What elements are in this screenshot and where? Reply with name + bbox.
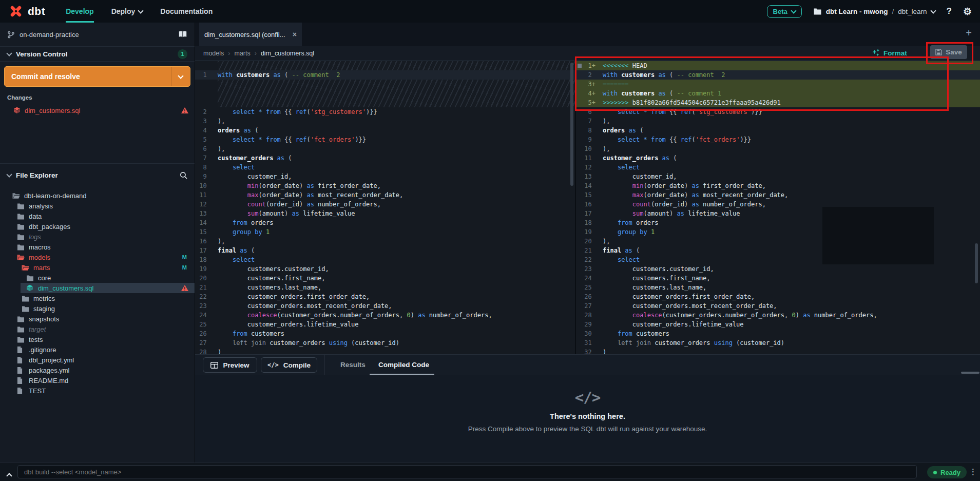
code-line[interactable]: 14 min(order_date) as first_order_date,	[576, 181, 980, 190]
editor-pane-left[interactable]: 1 with customers as ( -- comment 2 2 sel…	[195, 61, 575, 354]
tree-item-tests[interactable]: tests	[0, 334, 195, 344]
repo-selector[interactable]: dbt Learn - mwong / dbt_learn	[813, 8, 935, 15]
tree-item-metrics[interactable]: metrics	[0, 293, 195, 303]
code-line[interactable]: 16 ),	[195, 237, 575, 246]
code-line[interactable]: 27 left join customer_orders using (cust…	[195, 338, 575, 348]
code-line[interactable]: 24 coalesce(customer_orders.number_of_or…	[195, 311, 575, 320]
kebab-menu-icon[interactable]: ⋮	[969, 467, 977, 476]
code-line[interactable]: 20 customers.first_name,	[195, 274, 575, 283]
gear-icon[interactable]: ⚙	[963, 6, 972, 17]
code-line[interactable]: 8 orders as (	[576, 126, 980, 135]
code-line[interactable]: 11 max(order_date) as most_recent_order_…	[195, 190, 575, 200]
code-line[interactable]: 8 select	[195, 163, 575, 172]
code-line[interactable]: 4 orders as (	[195, 126, 575, 135]
fold-marker[interactable]	[578, 64, 582, 68]
tree-item-snapshots[interactable]: snapshots	[0, 314, 195, 324]
code-line[interactable]: 6 select * from {{ ref('stg_customers')}…	[576, 107, 980, 117]
code-line[interactable]: 29 customer_orders.lifetime_value	[576, 320, 980, 329]
code-line[interactable]: 28 coalesce(customer_orders.number_of_or…	[576, 311, 980, 320]
version-control-header[interactable]: Version Control 1	[0, 47, 195, 62]
tree-item-analysis[interactable]: analysis	[0, 201, 195, 211]
nav-item-deploy[interactable]: Deploy	[111, 0, 143, 23]
collapse-chevron-icon[interactable]	[7, 471, 11, 480]
breadcrumb-item[interactable]: marts	[234, 50, 250, 57]
tree-item-data[interactable]: data	[0, 211, 195, 221]
save-button[interactable]: Save	[930, 45, 967, 59]
code-line[interactable]: 14 from orders	[195, 218, 575, 227]
tree-item-dbt-project-yml[interactable]: dbt_project.yml	[0, 355, 195, 365]
code-line[interactable]: 27 customer_orders.most_recent_order_dat…	[576, 301, 980, 311]
command-input[interactable]	[17, 465, 917, 478]
code-line[interactable]: 7 customer_orders as (	[195, 153, 575, 163]
code-line[interactable]: 9 customer_id,	[195, 172, 575, 181]
code-line[interactable]: 25 customers.last_name,	[576, 283, 980, 292]
tree-item-models[interactable]: modelsM	[0, 252, 195, 262]
code-line[interactable]: 12 count(order_id) as number_of_orders,	[195, 200, 575, 209]
code-line[interactable]: 12 select	[576, 163, 980, 172]
code-line[interactable]: 5 select * from {{ ref('fct_orders')}}	[195, 135, 575, 144]
editor-tab-dim-customers[interactable]: dim_customers.sql (confli... ×	[199, 23, 302, 46]
code-line[interactable]: 26 customer_orders.first_order_date,	[576, 292, 980, 301]
tree-item--gitignore[interactable]: .gitignore	[0, 344, 195, 355]
tab-results[interactable]: Results	[340, 355, 366, 375]
code-line[interactable]: 30 from customers	[576, 329, 980, 338]
help-icon[interactable]: ?	[947, 6, 952, 16]
code-line[interactable]: 28 )	[195, 348, 575, 354]
changed-file-item[interactable]: dim_customers.sql	[0, 105, 195, 116]
code-line[interactable]: 23 customer_orders.most_recent_order_dat…	[195, 301, 575, 311]
code-line[interactable]: 32 )	[576, 348, 980, 354]
code-line[interactable]: 2 select * from {{ ref('stg_customers')}…	[195, 107, 575, 117]
code-line[interactable]: 9 select * from {{ ref('fct_orders')}}	[576, 135, 980, 144]
nav-item-develop[interactable]: Develop	[66, 0, 93, 23]
tree-item-core[interactable]: core	[0, 273, 195, 283]
dbt-logo-icon[interactable]	[8, 4, 24, 19]
commit-resolve-button[interactable]: Commit and resolve	[4, 66, 190, 87]
tab-compiled-code[interactable]: Compiled Code	[378, 355, 429, 375]
code-line[interactable]: 17 final as (	[195, 246, 575, 255]
tree-item-packages-yml[interactable]: packages.yml	[0, 365, 195, 375]
docs-book-icon[interactable]	[178, 31, 187, 38]
code-line[interactable]: 31 left join customer_orders using (cust…	[576, 338, 980, 348]
tree-item-staging[interactable]: staging	[0, 303, 195, 314]
branch-row[interactable]: on-demand-practice	[0, 23, 195, 47]
compile-button[interactable]: </> Compile	[261, 357, 317, 373]
tree-item-logs[interactable]: logs	[0, 232, 195, 242]
tree-item-dbt-learn-on-demand[interactable]: dbt-learn-on-demand	[0, 190, 195, 201]
tab-close-icon[interactable]: ×	[293, 30, 297, 39]
code-line[interactable]: 18 select	[195, 255, 575, 264]
tree-item-dim-customers-sql[interactable]: dim_customers.sql	[0, 283, 195, 293]
tree-item-macros[interactable]: macros	[0, 242, 195, 252]
code-line[interactable]: 6 ),	[195, 144, 575, 153]
code-line[interactable]: 15 group by 1	[195, 227, 575, 237]
code-line[interactable]: 2 with customers as ( -- comment 2	[576, 70, 980, 80]
code-line[interactable]: 5+>>>>>>> b81f802a66fd544504c65721e3ffaa…	[576, 98, 980, 107]
code-line[interactable]: 4+with customers as ( -- comment 1	[576, 89, 980, 98]
code-line[interactable]: 13 customer_id,	[576, 172, 980, 181]
format-button[interactable]: Format	[872, 45, 907, 61]
search-icon[interactable]	[180, 171, 187, 179]
tree-item-readme-md[interactable]: README.md	[0, 375, 195, 386]
new-tab-plus-icon[interactable]: +	[966, 27, 972, 39]
breadcrumb-item[interactable]: dim_customers.sql	[261, 50, 314, 57]
code-line[interactable]: 15 max(order_date) as most_recent_order_…	[576, 190, 980, 200]
toolbar-scrollbar[interactable]	[961, 372, 979, 374]
beta-badge[interactable]: Beta	[767, 5, 802, 18]
code-line[interactable]: 1+<<<<<<< HEAD	[576, 61, 980, 70]
file-explorer-header[interactable]: File Explorer	[0, 163, 195, 187]
code-line[interactable]: 13 sum(amount) as lifetime_value	[195, 209, 575, 218]
tree-item-test[interactable]: TEST	[0, 386, 195, 396]
code-line[interactable]: 24 customers.first_name,	[576, 274, 980, 283]
status-badge[interactable]: Ready	[927, 466, 967, 478]
code-line[interactable]: 3+=======	[576, 80, 980, 89]
commit-dropdown[interactable]	[171, 67, 190, 86]
code-line[interactable]: 7 ),	[576, 117, 980, 126]
left-pane-scrollbar[interactable]	[570, 63, 573, 186]
code-line[interactable]: 19 customers.customer_id,	[195, 264, 575, 274]
nav-item-documentation[interactable]: Documentation	[160, 0, 213, 23]
code-line[interactable]: 26 from customers	[195, 329, 575, 338]
tree-item-marts[interactable]: martsM	[0, 262, 195, 273]
preview-button[interactable]: Preview	[203, 357, 257, 373]
code-line[interactable]: 22 customer_orders.first_order_date,	[195, 292, 575, 301]
tree-item-dbt-packages[interactable]: dbt_packages	[0, 221, 195, 232]
code-line[interactable]: 3 ),	[195, 117, 575, 126]
